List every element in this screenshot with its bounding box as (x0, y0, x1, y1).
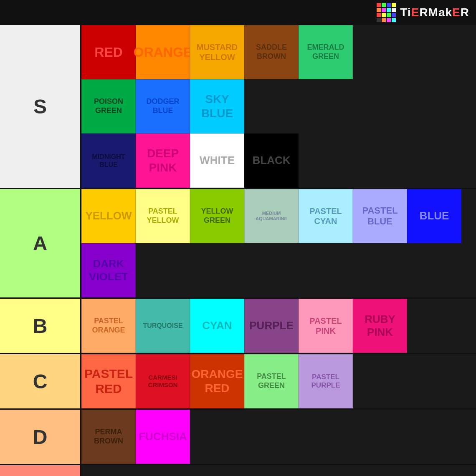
tile-pastel-yellow[interactable]: PASTEL YELLOW (136, 189, 190, 243)
tier-label-b: B (0, 299, 81, 353)
tier-items-s: MIDNIGHT BLUEDEEP PINKWHITEBLACK (81, 133, 476, 188)
tile-medium-aquamarine[interactable]: MEDIUM AQUAMARINE (244, 189, 299, 243)
tile-deep-pink[interactable]: DEEP PINK (136, 133, 190, 188)
tile-dodger-blue[interactable]: DODGER BLUE (136, 79, 190, 133)
tile-pastel-orange[interactable]: PASTEL ORANGE (81, 299, 136, 353)
tier-label-f: F (0, 465, 81, 476)
tier-items-s: POISON GREENDODGER BLUESKY BLUE (81, 79, 476, 133)
tile-pastel-green[interactable]: PASTEL GREEN (244, 354, 299, 408)
tile-yellow-green[interactable]: YELLOW GREEN (190, 189, 244, 243)
tile-white[interactable]: WHITE (190, 133, 244, 188)
tier-items-b: PASTEL ORANGETURQUOISECYANPURPLEPASTEL P… (81, 299, 476, 353)
tier-items-f (81, 465, 476, 476)
tile-pastel-cyan[interactable]: PASTEL CYAN (299, 189, 353, 243)
tile-pastel-purple[interactable]: PASTEL PURPLE (299, 354, 353, 408)
tier-row-s: SREDORANGEMUSTARD YELLOWSADDLE BROWNEMER… (0, 25, 476, 189)
tile-fuchsia[interactable]: FUCHSIA (136, 410, 190, 464)
tile-carmesi-crimson[interactable]: CARMESI CRIMSON (136, 354, 190, 408)
tier-row-b: BPASTEL ORANGETURQUOISECYANPURPLEPASTEL … (0, 299, 476, 354)
tier-items-a: DARK VIOLET (81, 243, 476, 297)
tile-turquoise[interactable]: TURQUOISE (136, 299, 190, 353)
tier-items-a: YELLOWPASTEL YELLOWYELLOW GREENMEDIUM AQ… (81, 189, 476, 243)
tier-row-c: CPASTEL REDCARMESI CRIMSONORANGE REDPAST… (0, 354, 476, 410)
logo: TiERMakER (377, 3, 469, 22)
tile-purple[interactable]: PURPLE (244, 299, 299, 353)
tile-emerald-green[interactable]: EMERALD GREEN (299, 25, 353, 79)
tile-black[interactable]: BLACK (244, 133, 299, 188)
tile-cyan[interactable]: CYAN (190, 299, 244, 353)
tile-saddle-brown[interactable]: SADDLE BROWN (244, 25, 299, 79)
tile-orange[interactable]: ORANGE (136, 25, 190, 79)
tile-midnight-blue[interactable]: MIDNIGHT BLUE (81, 133, 136, 188)
tier-items-c: PASTEL REDCARMESI CRIMSONORANGE REDPASTE… (81, 354, 476, 408)
tier-row-a: AYELLOWPASTEL YELLOWYELLOW GREENMEDIUM A… (0, 189, 476, 299)
tier-label-s: S (0, 25, 81, 188)
tier-list: SREDORANGEMUSTARD YELLOWSADDLE BROWNEMER… (0, 25, 476, 476)
tile-red[interactable]: RED (81, 25, 136, 79)
logo-text: TiERMakER (400, 6, 469, 19)
tier-label-c: C (0, 354, 81, 408)
tile-pastel-red[interactable]: PASTEL RED (81, 354, 136, 408)
tier-row-f: F (0, 465, 476, 476)
tile-blue[interactable]: BLUE (407, 189, 461, 243)
tier-label-a: A (0, 189, 81, 297)
tier-label-d: D (0, 410, 81, 464)
tier-items-d: PERMA BROWNFUCHSIA (81, 410, 476, 464)
tile-orange-red[interactable]: ORANGE RED (190, 354, 244, 408)
tile-poison-green[interactable]: POISON GREEN (81, 79, 136, 133)
header: TiERMakER (0, 0, 476, 25)
tile-pastel-pink[interactable]: PASTEL PINK (299, 299, 353, 353)
logo-icon (377, 3, 396, 22)
tile-ruby-pink[interactable]: RUBY PINK (353, 299, 407, 353)
tier-items-s: REDORANGEMUSTARD YELLOWSADDLE BROWNEMERA… (81, 25, 476, 79)
tile-dark-violet[interactable]: DARK VIOLET (81, 243, 136, 297)
tier-row-d: DPERMA BROWNFUCHSIA (0, 410, 476, 465)
tile-mustard-yellow[interactable]: MUSTARD YELLOW (190, 25, 244, 79)
tile-perma-brown[interactable]: PERMA BROWN (81, 410, 136, 464)
tile-pastel-blue[interactable]: PASTEL BLUE (353, 189, 407, 243)
tile-yellow[interactable]: YELLOW (81, 189, 136, 243)
tile-sky-blue[interactable]: SKY BLUE (190, 79, 244, 133)
